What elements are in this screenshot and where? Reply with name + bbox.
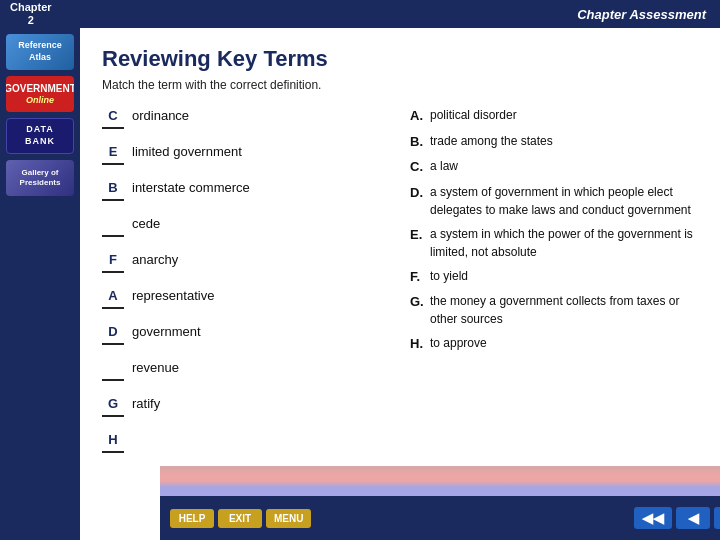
term-5: anarchy (132, 250, 178, 271)
match-row-10: H (102, 430, 390, 458)
answer-2[interactable]: E (102, 142, 124, 165)
instruction-text: Match the term with the correct definiti… (102, 78, 698, 92)
def-text-B: trade among the states (430, 132, 553, 150)
content-area: Reviewing Key Terms Match the term with … (80, 28, 720, 540)
term-3: interstate commerce (132, 178, 250, 199)
chapter-label: Chapter (10, 1, 52, 14)
match-row-3: B interstate commerce (102, 178, 390, 206)
terms-column: C ordinance E limited government B inter… (102, 106, 390, 466)
chapter-assessment-label: Chapter Assessment (563, 0, 720, 28)
def-text-C: a law (430, 157, 458, 175)
term-2: limited government (132, 142, 242, 163)
term-6: representative (132, 286, 214, 307)
def-text-D: a system of government in which people e… (430, 183, 698, 219)
def-letter-B: B. (410, 132, 424, 152)
nav-buttons-left: HELP EXIT MENU (170, 509, 311, 528)
sidebar-item-reference-atlas[interactable]: Reference Atlas (6, 34, 74, 70)
def-letter-F: F. (410, 267, 424, 287)
def-row-G: G. the money a government collects from … (410, 292, 698, 328)
reference-atlas-line2: Atlas (18, 52, 62, 64)
answer-4[interactable] (102, 214, 124, 237)
term-8: revenue (132, 358, 179, 379)
term-9: ratify (132, 394, 160, 415)
chapter-badge: Chapter 2 (0, 0, 62, 28)
sidebar: Reference Atlas GOVERNMENT Online DATA B… (0, 28, 80, 540)
def-row-E: E. a system in which the power of the go… (410, 225, 698, 261)
answer-7[interactable]: D (102, 322, 124, 345)
match-row-7: D government (102, 322, 390, 350)
answer-5[interactable]: F (102, 250, 124, 273)
def-row-A: A. political disorder (410, 106, 698, 126)
exit-button[interactable]: EXIT (218, 509, 262, 528)
match-row-6: A representative (102, 286, 390, 314)
def-letter-G: G. (410, 292, 424, 312)
sidebar-item-gallery[interactable]: Gallery of Presidents (6, 160, 74, 196)
menu-button[interactable]: MENU (266, 509, 311, 528)
definitions-column: A. political disorder B. trade among the… (410, 106, 698, 466)
term-1: ordinance (132, 106, 189, 127)
prev-button[interactable]: ◀ (676, 507, 710, 529)
def-text-F: to yield (430, 267, 468, 285)
chapter-number: 2 (28, 14, 34, 27)
answer-8[interactable] (102, 358, 124, 381)
def-text-H: to approve (430, 334, 487, 352)
match-row-5: F anarchy (102, 250, 390, 278)
def-letter-H: H. (410, 334, 424, 354)
main-layout: Reference Atlas GOVERNMENT Online DATA B… (0, 28, 720, 540)
data-bank-line1: DATA (25, 124, 55, 136)
gallery-line1: Gallery of (20, 168, 61, 178)
flag-decoration (160, 466, 720, 496)
match-row-8: revenue (102, 358, 390, 386)
gov-online-line1: GOVERNMENT (6, 83, 74, 95)
def-row-F: F. to yield (410, 267, 698, 287)
answer-1[interactable]: C (102, 106, 124, 129)
top-bar: Chapter 2 Chapter Assessment (0, 0, 720, 28)
reference-atlas-line1: Reference (18, 40, 62, 52)
sidebar-item-government-online[interactable]: GOVERNMENT Online (6, 76, 74, 112)
def-text-A: political disorder (430, 106, 517, 124)
def-letter-E: E. (410, 225, 424, 245)
def-letter-C: C. (410, 157, 424, 177)
gallery-line2: Presidents (20, 178, 61, 188)
bottom-nav-bar: HELP EXIT MENU ◀◀ ◀ ▶ ▶▶ (160, 496, 720, 540)
data-bank-line2: BANK (25, 136, 55, 148)
back-button[interactable]: ◀◀ (634, 507, 672, 529)
def-letter-D: D. (410, 183, 424, 203)
answer-10[interactable]: H (102, 430, 124, 453)
term-4: cede (132, 214, 160, 235)
matching-layout: C ordinance E limited government B inter… (102, 106, 698, 466)
def-text-E: a system in which the power of the gover… (430, 225, 698, 261)
answer-6[interactable]: A (102, 286, 124, 309)
match-row-2: E limited government (102, 142, 390, 170)
answer-9[interactable]: G (102, 394, 124, 417)
help-button[interactable]: HELP (170, 509, 214, 528)
def-row-C: C. a law (410, 157, 698, 177)
next-button[interactable]: ▶ (714, 507, 720, 529)
nav-buttons-right: ◀◀ ◀ ▶ ▶▶ (634, 507, 720, 529)
match-row-9: G ratify (102, 394, 390, 422)
term-7: government (132, 322, 201, 343)
def-row-B: B. trade among the states (410, 132, 698, 152)
match-row-1: C ordinance (102, 106, 390, 134)
gov-online-line2: Online (6, 95, 74, 106)
page-title: Reviewing Key Terms (102, 46, 698, 72)
def-letter-A: A. (410, 106, 424, 126)
def-row-D: D. a system of government in which peopl… (410, 183, 698, 219)
answer-3[interactable]: B (102, 178, 124, 201)
sidebar-item-data-bank[interactable]: DATA BANK (6, 118, 74, 154)
match-row-4: cede (102, 214, 390, 242)
def-row-H: H. to approve (410, 334, 698, 354)
def-text-G: the money a government collects from tax… (430, 292, 698, 328)
